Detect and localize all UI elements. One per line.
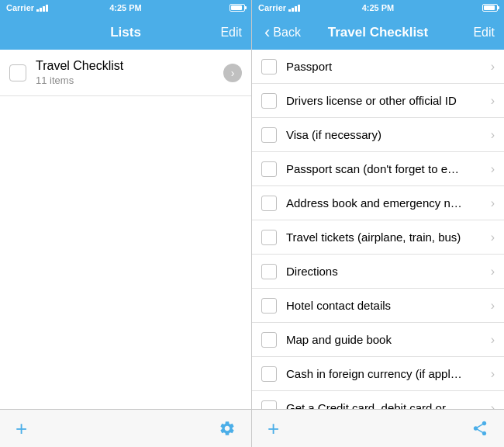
table-row[interactable]: Hotel contact details › bbox=[252, 289, 504, 323]
left-list-content: Travel Checklist 11 items › bbox=[0, 50, 251, 409]
right-signal-icon bbox=[288, 4, 300, 12]
right-item-label: Directions bbox=[286, 255, 486, 287]
chevron-right-icon: › bbox=[491, 367, 495, 381]
right-carrier: Carrier bbox=[258, 3, 300, 12]
left-signal-icon bbox=[36, 4, 48, 12]
right-item-checkbox[interactable] bbox=[261, 196, 277, 211]
right-item-label: Visa (if necessary) bbox=[286, 119, 486, 151]
right-item-checkbox[interactable] bbox=[261, 230, 277, 245]
left-status-bar: Carrier 4:25 PM bbox=[0, 0, 251, 16]
chevron-right-icon: › bbox=[491, 60, 495, 74]
right-list-content: Passport › Drivers license or other offi… bbox=[252, 50, 504, 409]
right-panel: Carrier 4:25 PM ‹ Back Travel Checklist … bbox=[252, 0, 504, 447]
chevron-right-icon: › bbox=[491, 265, 495, 279]
chevron-right-icon: › bbox=[491, 230, 495, 244]
table-row[interactable]: Drivers license or other official ID › bbox=[252, 84, 504, 118]
table-row[interactable]: Get a Credit card, debit card or… › bbox=[252, 391, 504, 409]
right-item-checkbox[interactable] bbox=[261, 332, 277, 348]
right-nav-title: Travel Checklist bbox=[328, 25, 428, 40]
left-battery-area bbox=[230, 4, 245, 12]
left-item-title: Travel Checklist bbox=[36, 59, 217, 73]
right-edit-button[interactable]: Edit bbox=[464, 26, 504, 40]
gear-icon bbox=[219, 420, 236, 437]
left-panel: Carrier 4:25 PM Lists Edit Travel Checkl… bbox=[0, 0, 252, 447]
right-status-bar: Carrier 4:25 PM bbox=[252, 0, 504, 16]
right-toolbar: + bbox=[252, 409, 504, 447]
right-item-checkbox[interactable] bbox=[261, 59, 277, 74]
table-row[interactable]: Cash in foreign currency (if appl… › bbox=[252, 357, 504, 391]
left-edit-button[interactable]: Edit bbox=[211, 26, 251, 40]
left-battery-fill bbox=[231, 5, 242, 10]
right-nav-bar: ‹ Back Travel Checklist Edit bbox=[252, 16, 504, 50]
left-carrier-text: Carrier bbox=[6, 3, 34, 12]
right-carrier-text: Carrier bbox=[258, 3, 286, 12]
table-row[interactable]: Travel tickets (airplane, train, bus) › bbox=[252, 220, 504, 255]
right-item-checkbox[interactable] bbox=[261, 127, 277, 143]
table-row[interactable]: Visa (if necessary) › bbox=[252, 118, 504, 152]
right-battery-fill bbox=[484, 5, 495, 10]
right-item-label: Address book and emergency n… bbox=[286, 187, 486, 219]
table-row[interactable]: Map and guide book › bbox=[252, 323, 504, 357]
left-toolbar: + bbox=[0, 409, 251, 447]
left-item-subtitle: 11 items bbox=[36, 74, 217, 86]
table-row[interactable]: Address book and emergency n… › bbox=[252, 186, 504, 220]
right-time: 4:25 PM bbox=[362, 3, 395, 12]
right-item-checkbox[interactable] bbox=[261, 298, 277, 314]
right-add-button[interactable]: + bbox=[268, 417, 279, 441]
list-item[interactable]: Travel Checklist 11 items › bbox=[0, 50, 251, 96]
right-item-label: Hotel contact details bbox=[286, 289, 486, 321]
chevron-right-icon: › bbox=[491, 94, 495, 108]
right-battery-area bbox=[482, 4, 498, 12]
left-nav-bar: Lists Edit bbox=[0, 16, 251, 50]
share-icon bbox=[471, 420, 488, 437]
right-item-label: Passport bbox=[286, 50, 486, 82]
back-button[interactable]: ‹ Back bbox=[255, 24, 310, 41]
right-item-checkbox[interactable] bbox=[261, 366, 277, 382]
right-item-checkbox[interactable] bbox=[261, 264, 277, 279]
left-time: 4:25 PM bbox=[109, 3, 142, 12]
chevron-right-icon: › bbox=[491, 162, 495, 176]
back-arrow-icon: ‹ bbox=[264, 24, 270, 41]
table-row[interactable]: Passport scan (don't forget to e… › bbox=[252, 152, 504, 186]
right-share-button[interactable] bbox=[471, 420, 488, 437]
disclosure-button[interactable]: › bbox=[223, 64, 242, 82]
chevron-right-icon: › bbox=[491, 401, 495, 410]
left-add-button[interactable]: + bbox=[16, 417, 27, 441]
table-row[interactable]: Directions › bbox=[252, 255, 504, 289]
chevron-right-icon: › bbox=[491, 333, 495, 347]
chevron-right-icon: › bbox=[491, 128, 495, 142]
right-battery-icon bbox=[482, 4, 498, 12]
left-settings-button[interactable] bbox=[219, 420, 236, 437]
left-item-text: Travel Checklist 11 items bbox=[36, 59, 217, 86]
table-row[interactable]: Passport › bbox=[252, 50, 504, 84]
right-item-checkbox[interactable] bbox=[261, 93, 277, 109]
right-item-label: Cash in foreign currency (if appl… bbox=[286, 358, 486, 390]
right-item-checkbox[interactable] bbox=[261, 400, 277, 410]
right-item-checkbox[interactable] bbox=[261, 161, 277, 177]
right-item-label: Drivers license or other official ID bbox=[286, 85, 486, 116]
right-item-label: Map and guide book bbox=[286, 324, 486, 355]
left-battery-icon bbox=[230, 4, 245, 12]
back-label: Back bbox=[273, 26, 301, 40]
right-item-label: Travel tickets (airplane, train, bus) bbox=[286, 221, 486, 253]
left-checkbox[interactable] bbox=[9, 64, 26, 81]
left-carrier: Carrier bbox=[6, 3, 48, 12]
right-item-label: Get a Credit card, debit card or… bbox=[286, 392, 486, 409]
chevron-right-icon: › bbox=[491, 196, 495, 210]
right-item-label: Passport scan (don't forget to e… bbox=[286, 153, 486, 185]
left-nav-title: Lists bbox=[110, 25, 141, 40]
chevron-right-icon: › bbox=[491, 299, 495, 313]
